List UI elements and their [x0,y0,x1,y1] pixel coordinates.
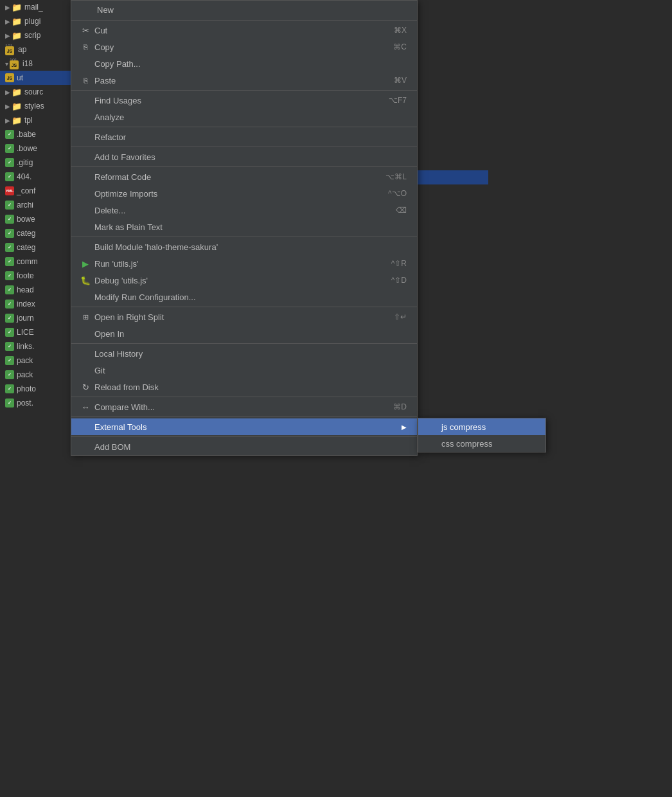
shortcut-cut: ⌘X [394,26,407,35]
file-icon: ✓ [5,314,14,323]
sidebar-item-14[interactable]: ✓archi [0,198,71,212]
menu-item-build-module[interactable]: Build Module 'halo-theme-sakura' [71,238,417,255]
menu-item-optimize[interactable]: Optimize Imports^⌥O [71,185,417,202]
folder-icon: 📁 [12,87,22,97]
sidebar-item-label: categ [17,243,35,252]
debug-icon: 🐛 [79,276,92,285]
sidebar-item-10[interactable]: ✓.bowe [0,141,71,156]
sidebar-item-27[interactable]: ✓photo [0,382,71,396]
context-menu[interactable]: New✂Cut⌘X⎘Copy⌘CCopy Path...⎘Paste⌘VFind… [71,0,418,456]
sidebar-item-18[interactable]: ✓comm [0,255,71,269]
menu-item-refactor[interactable]: Refactor [71,129,417,145]
menu-item-open-right-split[interactable]: ⊞Open in Right Split⇧↵ [71,309,417,325]
sidebar-item-label: categ [17,229,35,238]
yml-icon: YML [5,186,14,195]
file-icon: ✓ [5,201,14,210]
menu-item-analyze[interactable]: Analyze [71,109,417,125]
sidebar-item-1[interactable]: ▶📁plugi [0,14,71,28]
sidebar-item-19[interactable]: ✓foote [0,269,71,283]
sidebar-item-label: photo [17,384,36,393]
menu-item-paste[interactable]: ⎘Paste⌘V [71,72,417,89]
menu-item-find-usages[interactable]: Find Usages⌥F7 [71,92,417,109]
sidebar-item-23[interactable]: ✓LICE [0,325,71,339]
sidebar-item-8[interactable]: ▶📁tpl [0,113,71,127]
sidebar-highlight [418,170,488,184]
shortcut-paste: ⌘V [394,76,407,85]
sidebar-item-label: bowe [17,215,35,224]
file-icon: ✓ [5,356,14,365]
menu-separator [71,20,417,21]
shortcut-copy: ⌘C [393,42,407,51]
menu-item-add-bom[interactable]: Add BOM [71,438,417,455]
right-panel [488,0,672,797]
sidebar-item-4[interactable]: ▾ 101 JS i18 [0,57,71,71]
sidebar-item-26[interactable]: ✓pack [0,368,71,382]
run-icon: ▶ [79,259,92,269]
menu-label-add-favorites: Add to Favorites [94,152,407,162]
submenu-item-js-compress[interactable]: js compress [418,418,545,435]
menu-item-run[interactable]: ▶Run 'utils.js'^⇧R [71,255,417,272]
sidebar-item-label: sourc [24,87,43,96]
menu-item-local-history[interactable]: Local History [71,345,417,362]
submenu[interactable]: js compresscss compress [418,418,546,452]
menu-item-delete[interactable]: Delete...⌫ [71,202,417,219]
menu-label-analyze: Analyze [94,112,407,122]
sidebar-item-12[interactable]: ✓404. [0,170,71,184]
sidebar-item-20[interactable]: ✓head [0,283,71,297]
sidebar-item-28[interactable]: ✓post. [0,396,71,410]
submenu-item-css-compress[interactable]: css compress [418,435,545,452]
sidebar-item-15[interactable]: ✓bowe [0,212,71,226]
sidebar-item-label: _conf [17,186,35,195]
sidebar-item-label: links. [17,342,34,351]
menu-label-new: New [97,5,407,15]
menu-label-git: Git [94,366,407,375]
menu-item-mark-plain[interactable]: Mark as Plain Text [71,219,417,235]
menu-item-open-in[interactable]: Open In [71,325,417,342]
menu-item-modify-run[interactable]: Modify Run Configuration... [71,289,417,305]
menu-separator [71,343,417,344]
menu-item-debug[interactable]: 🐛Debug 'utils.js'^⇧D [71,272,417,289]
menu-separator [71,127,417,127]
menu-item-add-favorites[interactable]: Add to Favorites [71,148,417,165]
menu-item-external-tools[interactable]: External Tools▶ [71,418,417,435]
sidebar-item-25[interactable]: ✓pack [0,354,71,368]
sidebar-item-5[interactable]: JSut [0,71,71,85]
sidebar-item-17[interactable]: ✓categ [0,240,71,255]
menu-label-open-in: Open In [94,329,407,339]
sidebar-item-label: pack [17,356,33,365]
menu-label-local-history: Local History [94,349,407,359]
menu-item-cut[interactable]: ✂Cut⌘X [71,22,417,39]
sidebar-item-6[interactable]: ▶📁sourc [0,85,71,99]
sidebar: ▶📁mail_▶📁plugi▶📁scrip 101 JS ap▾ 101 JS … [0,0,71,797]
sidebar-item-label: i18 [22,59,33,68]
sidebar-item-2[interactable]: ▶📁scrip [0,28,71,42]
sidebar-item-21[interactable]: ✓index [0,297,71,311]
sidebar-item-9[interactable]: ✓.babe [0,127,71,141]
sidebar-item-11[interactable]: ✓.gitig [0,156,71,170]
menu-item-copy-path[interactable]: Copy Path... [71,55,417,72]
menu-item-compare-with[interactable]: ↔Compare With...⌘D [71,398,417,415]
file-icon: ✓ [5,285,14,294]
menu-item-copy[interactable]: ⎘Copy⌘C [71,39,417,55]
menu-label-modify-run: Modify Run Configuration... [94,292,407,302]
menu-label-copy: Copy [94,42,393,52]
sidebar-item-0[interactable]: ▶📁mail_ [0,0,71,14]
reload-icon: ↻ [79,382,92,392]
menu-item-git[interactable]: Git [71,362,417,379]
sidebar-item-24[interactable]: ✓links. [0,339,71,354]
menu-item-reformat[interactable]: Reformat Code⌥⌘L [71,168,417,185]
menu-label-refactor: Refactor [94,132,407,142]
menu-item-reload[interactable]: ↻Reload from Disk [71,379,417,395]
sidebar-item-label: .babe [17,130,36,139]
menu-separator [71,147,417,147]
sidebar-item-3[interactable]: 101 JS ap [0,42,71,57]
file-icon: ✓ [5,172,14,181]
menu-label-find-usages: Find Usages [94,96,389,105]
sidebar-item-13[interactable]: YML_conf [0,184,71,198]
sidebar-item-22[interactable]: ✓journ [0,311,71,325]
menu-item-new[interactable]: New [71,1,417,19]
menu-label-copy-path: Copy Path... [94,59,407,69]
sidebar-item-7[interactable]: ▶📁styles [0,99,71,113]
js-badge-stack: 101 JS [10,58,20,69]
sidebar-item-16[interactable]: ✓categ [0,226,71,240]
